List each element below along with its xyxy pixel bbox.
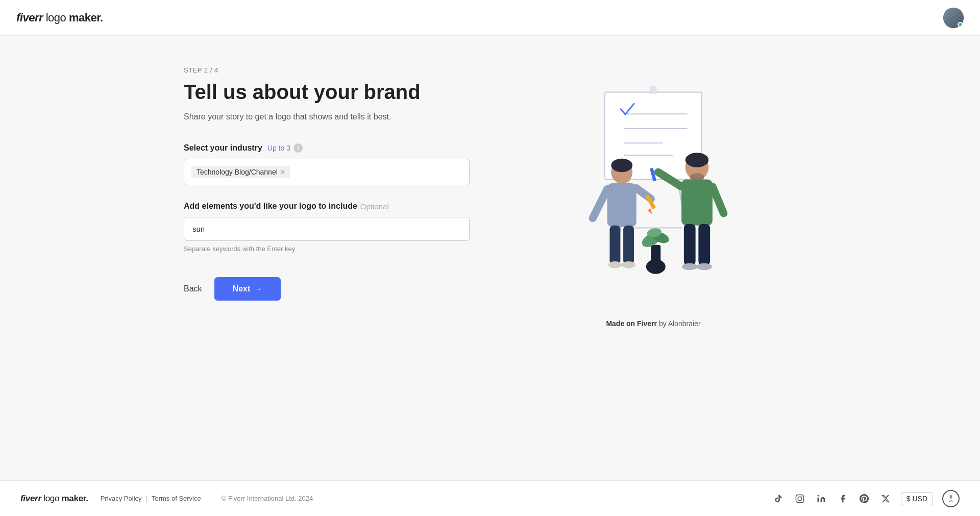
svg-point-21 (685, 153, 709, 167)
svg-rect-28 (698, 224, 710, 265)
footer-logo: fiverr logo maker. (20, 494, 88, 504)
svg-marker-15 (648, 208, 654, 215)
nav-buttons: Back Next → (184, 277, 470, 301)
svg-rect-16 (610, 226, 621, 264)
currency-button[interactable]: $ USD (901, 492, 933, 505)
svg-point-40 (950, 496, 952, 497)
elements-label-text: Add elements you'd like your logo to inc… (184, 202, 357, 211)
tag-label: Technology Blog/Channel (197, 168, 278, 176)
elements-label: Add elements you'd like your logo to inc… (184, 202, 470, 211)
back-button[interactable]: Back (184, 284, 202, 293)
elements-field-group: Add elements you'd like your logo to inc… (184, 202, 470, 253)
svg-point-19 (622, 261, 635, 268)
illustration-side: Made on Fiverr by Alonbraier (510, 66, 796, 328)
tag-remove-button[interactable]: × (281, 168, 285, 176)
svg-point-38 (801, 496, 802, 497)
separator: | (146, 495, 148, 502)
logo-text: fiverr logo maker. (16, 11, 103, 24)
made-on-text: Made on Fiverr (606, 320, 657, 328)
user-avatar[interactable] (943, 8, 964, 28)
next-arrow: → (254, 284, 262, 293)
copyright: © Fiverr International Ltd. 2024 (222, 495, 313, 502)
page-title: Tell us about your brand (184, 80, 470, 104)
pinterest-icon[interactable] (858, 493, 870, 505)
industry-label-text: Select your industry (184, 143, 262, 153)
illustration-caption: Made on Fiverr by Alonbraier (606, 320, 700, 328)
x-icon[interactable] (879, 493, 892, 505)
industry-badge: Up to 3 (267, 144, 290, 152)
next-label: Next (233, 284, 251, 293)
svg-rect-23 (681, 180, 713, 226)
step-label: STEP 2 / 4 (184, 66, 470, 74)
info-icon[interactable]: i (293, 143, 303, 153)
svg-point-18 (608, 261, 622, 268)
svg-point-39 (817, 495, 819, 496)
instagram-icon[interactable] (794, 493, 806, 505)
input-hint: Separate keywords with the Enter key (184, 245, 470, 253)
svg-rect-27 (684, 224, 696, 265)
footer-links: Privacy Policy | Terms of Service (101, 495, 201, 502)
svg-rect-36 (796, 495, 803, 502)
svg-line-26 (713, 187, 724, 213)
svg-rect-11 (607, 183, 636, 227)
logo[interactable]: fiverr logo maker. (16, 11, 103, 24)
privacy-policy-link[interactable]: Privacy Policy (101, 495, 142, 502)
terms-of-service-link[interactable]: Terms of Service (152, 495, 201, 502)
illustration-svg (556, 77, 750, 311)
footer-left: fiverr logo maker. Privacy Policy | Term… (20, 494, 313, 504)
form-side: STEP 2 / 4 Tell us about your brand Shar… (184, 66, 470, 301)
page-subtitle: Share your story to get a logo that show… (184, 111, 470, 123)
tiktok-icon[interactable] (772, 493, 785, 505)
next-button[interactable]: Next → (214, 277, 281, 301)
svg-point-10 (611, 159, 632, 173)
svg-rect-5 (650, 86, 656, 94)
main-content: STEP 2 / 4 Tell us about your brand Shar… (0, 36, 980, 480)
svg-rect-32 (651, 245, 660, 267)
svg-line-12 (593, 189, 607, 218)
industry-input-box[interactable]: Technology Blog/Channel × (184, 159, 470, 185)
accessibility-button[interactable] (942, 490, 960, 507)
illustration (556, 77, 750, 311)
footer-right: $ USD (772, 490, 960, 507)
linkedin-icon[interactable] (815, 493, 827, 505)
svg-point-29 (682, 263, 697, 270)
online-indicator (958, 22, 963, 27)
industry-tag: Technology Blog/Channel × (191, 166, 290, 178)
footer: fiverr logo maker. Privacy Policy | Term… (0, 480, 980, 516)
svg-rect-17 (623, 226, 634, 264)
optional-label: Optional (360, 202, 389, 211)
industry-label: Select your industry Up to 3 i (184, 143, 470, 153)
header: fiverr logo maker. (0, 0, 980, 36)
facebook-icon[interactable] (837, 493, 849, 505)
svg-point-37 (798, 497, 802, 501)
caption-rest: by Alonbraier (659, 320, 701, 328)
industry-field-group: Select your industry Up to 3 i Technolog… (184, 143, 470, 185)
svg-point-30 (697, 263, 712, 270)
elements-input[interactable] (184, 217, 470, 241)
